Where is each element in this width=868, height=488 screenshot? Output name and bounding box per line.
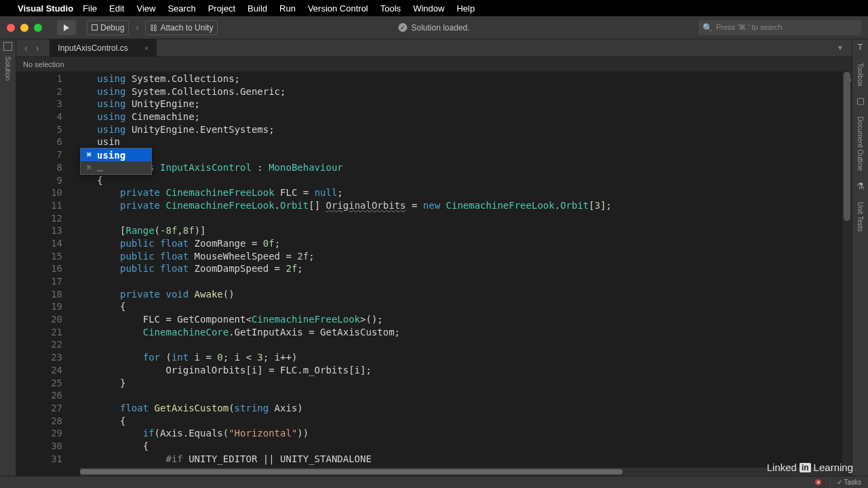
scroll-thumb[interactable] bbox=[844, 72, 850, 221]
code-line[interactable]: public float ZoomDampSpeed = 2f; bbox=[80, 263, 842, 276]
solution-panel-tab[interactable]: Solution bbox=[4, 56, 12, 81]
code-line[interactable]: CinemachineCore.GetInputAxis = GetAxisCu… bbox=[80, 327, 842, 340]
flask-icon[interactable]: ⚗ bbox=[856, 181, 865, 191]
code-line[interactable]: using System.Collections.Generic; bbox=[80, 86, 842, 99]
menu-item[interactable]: View bbox=[136, 3, 155, 14]
code-line[interactable]: OriginalOrbits[i] = FLC.m_Orbits[i]; bbox=[80, 365, 842, 378]
brand-prefix: Linked bbox=[767, 462, 797, 473]
code-line[interactable]: private CinemachineFreeLook FLC = null; bbox=[80, 187, 842, 200]
debug-config-label: Debug bbox=[100, 23, 124, 33]
code-line[interactable]: public float ZoomRange = 0f; bbox=[80, 238, 842, 251]
panel-toggle-icon[interactable] bbox=[3, 42, 12, 51]
autocomplete-popup[interactable]: ⌘using⌘… bbox=[80, 148, 152, 175]
code-line[interactable]: } bbox=[80, 378, 842, 390]
autocomplete-item[interactable]: ⌘using bbox=[81, 148, 151, 161]
menu-item[interactable]: Search bbox=[167, 3, 195, 14]
main-toolbar: Debug › ⛓ Attach to Unity ✓ Solution loa… bbox=[0, 16, 868, 39]
macos-menubar: Visual Studio FileEditViewSearchProjectB… bbox=[0, 0, 868, 16]
attach-target-label: Attach to Unity bbox=[160, 23, 213, 33]
document-outline-panel-tab[interactable]: Document Outline bbox=[856, 117, 864, 171]
code-line[interactable]: public float MouseWheelSpeed = 2f; bbox=[80, 251, 842, 264]
code-line[interactable]: usin bbox=[80, 136, 842, 149]
code-line[interactable] bbox=[80, 149, 842, 162]
code-line[interactable]: for (int i = 0; i < 3; i++) bbox=[80, 352, 842, 365]
stop-icon bbox=[92, 24, 98, 30]
code-line[interactable] bbox=[80, 213, 842, 226]
menu-item[interactable]: Project bbox=[208, 3, 235, 14]
code-line[interactable]: FLC = GetComponent<CinemachineFreeLook>(… bbox=[80, 314, 842, 327]
attach-target-dropdown[interactable]: ⛓ Attach to Unity bbox=[145, 20, 218, 35]
code-line[interactable]: { bbox=[80, 415, 842, 428]
maximize-window-button[interactable] bbox=[34, 24, 42, 32]
menu-item[interactable]: Build bbox=[248, 3, 267, 14]
tab-dropdown-icon[interactable]: ▼ bbox=[837, 44, 844, 52]
document-icon[interactable]: ▢ bbox=[856, 96, 865, 106]
vertical-scrollbar[interactable] bbox=[842, 72, 852, 476]
breadcrumb-bar[interactable]: No selection bbox=[16, 57, 852, 72]
minimize-window-button[interactable] bbox=[20, 24, 28, 32]
brand-suffix: Learning bbox=[814, 462, 853, 473]
horizontal-scrollbar[interactable] bbox=[80, 468, 842, 476]
toolbox-icon[interactable]: T bbox=[858, 42, 863, 52]
check-icon: ✓ bbox=[398, 23, 407, 32]
code-body[interactable]: ⌘using⌘… using System.Collections; using… bbox=[80, 72, 842, 476]
search-input[interactable]: 🔍 Press '⌘.' to search bbox=[698, 20, 861, 35]
code-line[interactable]: [Range(-8f,8f)] bbox=[80, 225, 842, 238]
brand-watermark: Linked in Learning bbox=[767, 462, 853, 473]
run-button[interactable] bbox=[57, 20, 76, 35]
code-line[interactable]: using Cinemachine; bbox=[80, 111, 842, 124]
code-line[interactable]: { bbox=[80, 175, 842, 188]
attach-icon: ⛓ bbox=[150, 24, 157, 32]
search-placeholder: Press '⌘.' to search bbox=[716, 23, 783, 32]
file-tab-label: InputAxisControl.cs bbox=[58, 43, 127, 53]
editor-tab-bar: ‹ › InputAxisControl.cs × ▼ bbox=[16, 39, 852, 57]
code-line[interactable]: using UnityEngine; bbox=[80, 98, 842, 111]
play-icon bbox=[64, 24, 69, 31]
code-line[interactable]: private CinemachineFreeLook.Orbit[] Orig… bbox=[80, 200, 842, 213]
brand-box: in bbox=[800, 463, 811, 472]
code-line[interactable]: { bbox=[80, 301, 842, 314]
file-tab-active[interactable]: InputAxisControl.cs × bbox=[50, 39, 157, 57]
code-line[interactable] bbox=[80, 390, 842, 403]
nav-forward-button[interactable]: › bbox=[32, 43, 43, 54]
line-number-gutter: 1234567891011121314151617181920212223242… bbox=[16, 72, 80, 476]
code-line[interactable]: using UnityEngine.EventSystems; bbox=[80, 124, 842, 137]
code-line[interactable]: ass InputAxisControl : MonoBehaviour bbox=[80, 162, 842, 175]
app-name: Visual Studio bbox=[18, 3, 73, 14]
nav-back-button[interactable]: ‹ bbox=[20, 43, 32, 54]
horizontal-scroll-thumb[interactable] bbox=[80, 469, 623, 474]
status-bar: ✕ | ✓ Tasks bbox=[0, 476, 868, 488]
tab-close-button[interactable]: × bbox=[144, 44, 149, 52]
menu-item[interactable]: Tools bbox=[380, 3, 401, 14]
breadcrumb-text: No selection bbox=[23, 60, 64, 68]
code-line[interactable]: { bbox=[80, 441, 842, 453]
menu-item[interactable]: Edit bbox=[109, 3, 124, 14]
menu-item[interactable]: Help bbox=[456, 3, 475, 14]
code-editor[interactable]: 1234567891011121314151617181920212223242… bbox=[16, 72, 852, 476]
search-icon: 🔍 bbox=[703, 23, 713, 33]
close-window-button[interactable] bbox=[7, 24, 15, 32]
autocomplete-item[interactable]: ⌘… bbox=[81, 161, 151, 174]
menu-item[interactable]: Window bbox=[413, 3, 444, 14]
chevron-right-icon: › bbox=[136, 23, 138, 33]
menu-item[interactable]: Run bbox=[279, 3, 296, 14]
code-line[interactable] bbox=[80, 339, 842, 352]
code-line[interactable] bbox=[80, 276, 842, 289]
toolbox-panel-tab[interactable]: Toolbox bbox=[856, 63, 864, 86]
unit-tests-panel-tab[interactable]: Unit Tests bbox=[856, 202, 864, 232]
debug-config-dropdown[interactable]: Debug bbox=[87, 20, 129, 35]
menu-item[interactable]: File bbox=[83, 3, 97, 14]
error-icon[interactable]: ✕ bbox=[815, 479, 821, 485]
status-message: ✓ Solution loaded. bbox=[398, 23, 469, 33]
menu-item[interactable]: Version Control bbox=[308, 3, 368, 14]
status-text: Solution loaded. bbox=[411, 23, 469, 33]
left-sidebar: Solution bbox=[0, 39, 16, 476]
code-line[interactable]: using System.Collections; bbox=[80, 73, 842, 86]
tasks-label[interactable]: ✓ Tasks bbox=[837, 479, 861, 486]
code-line[interactable]: private void Awake() bbox=[80, 289, 842, 302]
window-controls bbox=[7, 24, 42, 32]
code-line[interactable]: if(Axis.Equals("Horizontal")) bbox=[80, 428, 842, 441]
code-line[interactable]: #if UNITY_EDITOR || UNITY_STANDALONE bbox=[80, 453, 842, 466]
code-line[interactable]: float GetAxisCustom(string Axis) bbox=[80, 403, 842, 415]
right-sidebar: T Toolbox ▢ Document Outline ⚗ Unit Test… bbox=[852, 39, 868, 476]
